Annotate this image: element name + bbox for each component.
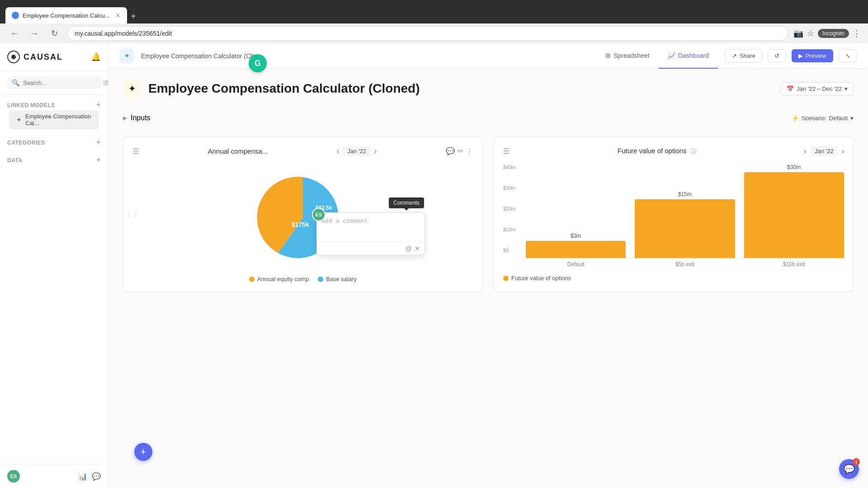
- comment-chart-icon[interactable]: 💬: [446, 147, 455, 155]
- add-fab-button[interactable]: +: [134, 443, 152, 461]
- bar-chart-title: Future value of options ⓘ: [618, 147, 696, 155]
- bar-default: [526, 241, 626, 258]
- salary-legend-dot: [318, 277, 323, 282]
- more-chart-icon[interactable]: ⋮: [466, 147, 473, 155]
- forward-button[interactable]: →: [27, 26, 42, 41]
- equity-legend-item: Annual equity comp: [249, 276, 309, 282]
- bar-10b: [744, 172, 844, 258]
- sidebar-header: CAUSAL 🔔: [0, 43, 108, 71]
- tab-spreadsheet[interactable]: ⊞ Spreadsheet: [596, 43, 658, 69]
- bar-chart-period: Jan '22: [810, 146, 838, 156]
- app-layout: CAUSAL 🔔 🔍 Ctrl+K Linked models + ✦ Empl…: [0, 43, 868, 488]
- pie-chart-next-btn[interactable]: ›: [374, 147, 377, 155]
- camera-icon[interactable]: 📷: [793, 28, 803, 38]
- date-range-selector[interactable]: 📅 Jan '22 – Dec '22 ▾: [781, 82, 854, 95]
- model-tab-name: Employee Compensation Calculator (Clo...: [141, 52, 589, 60]
- logo-text: CAUSAL: [24, 52, 63, 62]
- more-icon[interactable]: ⋮: [853, 28, 861, 38]
- spreadsheet-icon[interactable]: 📊: [78, 472, 87, 481]
- dashboard-tab-icon: 📈: [668, 52, 675, 59]
- drag-handle[interactable]: ⋮⋮: [126, 211, 139, 218]
- svg-text:$175k: $175k: [292, 221, 309, 228]
- user-avatar: ES: [7, 470, 20, 483]
- address-bar[interactable]: my.causal.app/models/235651/edit: [67, 26, 788, 41]
- bar-value-default: $3m: [571, 233, 581, 239]
- bar-5b: [635, 199, 735, 258]
- search-icon: 🔍: [12, 79, 19, 86]
- inputs-section[interactable]: ▶ Inputs ⚡ Scenario: Default ▾: [123, 108, 854, 127]
- comment-icon[interactable]: 💬: [92, 472, 101, 481]
- pie-chart-card: ⋮⋮ ☰ Annual compensa... ‹ Jan '22 › 💬 ✏ …: [123, 136, 483, 292]
- share-button[interactable]: ↗ Share: [725, 49, 762, 62]
- list-icon-bar[interactable]: ☰: [503, 147, 509, 155]
- x-label-default: Default: [526, 261, 626, 267]
- scenario-chevron-icon: ▾: [850, 115, 854, 122]
- y-label-20m: $20m: [503, 206, 516, 211]
- scenario-selector[interactable]: ⚡ Scenario: Default ▾: [792, 115, 854, 122]
- bar-group-5b: $15m: [635, 191, 735, 258]
- data-label: Data: [7, 157, 23, 164]
- bar-chart-next-btn[interactable]: ›: [842, 147, 844, 155]
- back-button[interactable]: ←: [7, 26, 22, 41]
- pie-chart-title: Annual compensa...: [208, 147, 268, 155]
- bar-value-10b: $30m: [787, 164, 801, 170]
- edit-chart-icon[interactable]: ✏: [458, 147, 463, 155]
- scenario-label: Scenario:: [802, 115, 826, 122]
- zoom-button[interactable]: ⤡: [839, 49, 857, 62]
- pie-chart-header: ☰ Annual compensa... ‹ Jan '22 › 💬 ✏ ⋮: [132, 146, 473, 156]
- add-category-button[interactable]: +: [96, 138, 101, 147]
- main-content: ✦ Employee Compensation Calculator (Clo.…: [108, 43, 868, 488]
- incognito-label: Incognito: [818, 29, 849, 38]
- sidebar-logo: CAUSAL: [7, 51, 63, 63]
- cancel-comment-button[interactable]: ✕: [415, 245, 420, 252]
- linked-models-section: Linked models + ✦ Employee Compensation …: [0, 95, 108, 132]
- comment-box: ES @ ✕: [316, 212, 425, 255]
- data-section: Data +: [0, 150, 108, 168]
- bar-legend-label: Future value of options: [511, 275, 571, 282]
- search-box[interactable]: 🔍 Ctrl+K: [7, 76, 101, 89]
- new-tab-button[interactable]: +: [127, 9, 140, 23]
- tab-dashboard[interactable]: 📈 Dashboard: [659, 43, 718, 69]
- chat-fab-button[interactable]: 💬 1: [839, 459, 859, 479]
- sidebar-item-model[interactable]: ✦ Employee Compensation Cal...: [9, 110, 99, 129]
- active-tab[interactable]: Employee Compensation Calcu... ✕: [5, 7, 127, 23]
- preview-button[interactable]: ▶ Preview: [792, 49, 833, 62]
- categories-label: Categories: [7, 140, 45, 146]
- content-area: ✦ Employee Compensation Calculator (Clon…: [108, 69, 868, 488]
- comment-input[interactable]: [321, 217, 420, 235]
- refresh-button[interactable]: ↻: [47, 26, 61, 41]
- bar-group-10b: $30m: [744, 164, 844, 258]
- tab-close-btn[interactable]: ✕: [115, 12, 121, 19]
- history-button[interactable]: ↺: [768, 49, 786, 62]
- calendar-icon: 📅: [787, 85, 794, 92]
- comment-input-area[interactable]: [317, 213, 425, 242]
- search-input[interactable]: [23, 80, 99, 86]
- browser-tabs: Employee Compensation Calcu... ✕ +: [5, 0, 140, 23]
- pie-chart-options: 💬 ✏ ⋮: [446, 147, 473, 155]
- nav-actions: 📷 ☆ Incognito ⋮: [793, 28, 861, 38]
- bar-chart-prev-btn[interactable]: ‹: [804, 147, 807, 155]
- mention-button[interactable]: @: [406, 245, 412, 252]
- categories-section: Categories +: [0, 132, 108, 150]
- comment-box-footer: @ ✕: [317, 242, 425, 255]
- pie-chart-prev-btn[interactable]: ‹: [337, 147, 339, 155]
- comment-avatar: ES: [312, 208, 326, 221]
- bar-chart-header: ☰ Future value of options ⓘ ‹ Jan '22 ›: [503, 146, 844, 156]
- grammarly-icon: G: [249, 54, 267, 72]
- notification-bell-icon[interactable]: 🔔: [91, 52, 101, 62]
- preview-icon: ▶: [798, 52, 803, 59]
- equity-legend-label: Annual equity comp: [257, 276, 309, 282]
- bar-group-default: $3m: [526, 233, 626, 258]
- add-linked-model-button[interactable]: +: [96, 100, 101, 110]
- list-icon[interactable]: ☰: [132, 147, 139, 155]
- chat-icon: 💬: [844, 464, 855, 474]
- salary-legend-item: Base salary: [318, 276, 357, 282]
- bar-chart-card: ☰ Future value of options ⓘ ‹ Jan '22 ›: [494, 136, 854, 292]
- y-label-30m: $30m: [503, 185, 516, 191]
- spreadsheet-tab-icon: ⊞: [605, 52, 611, 59]
- bookmark-icon[interactable]: ☆: [807, 28, 814, 38]
- share-icon: ↗: [732, 52, 737, 59]
- tab-favicon: [12, 12, 19, 19]
- add-data-button[interactable]: +: [96, 155, 101, 165]
- linked-models-label: Linked models: [7, 102, 55, 108]
